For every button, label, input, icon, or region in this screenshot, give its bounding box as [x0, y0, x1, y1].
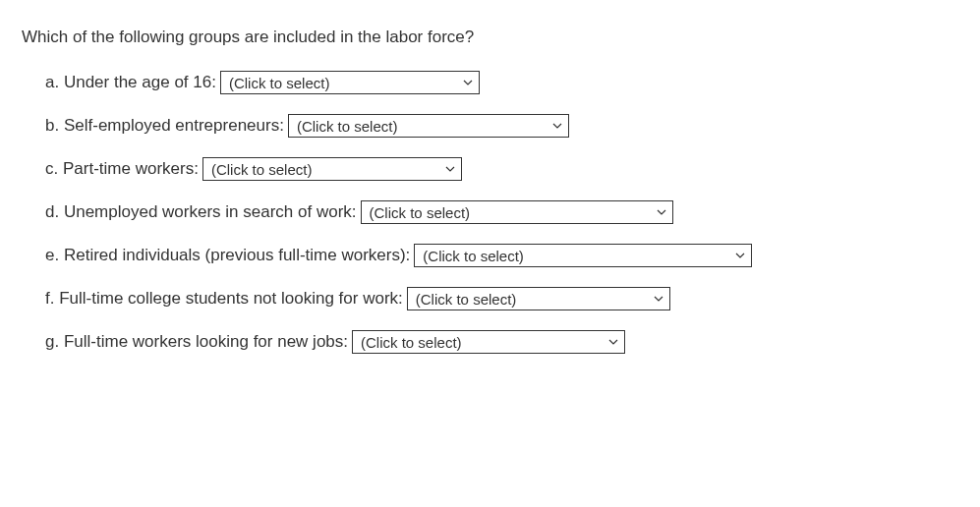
option-e-select-value: (Click to select): [423, 248, 536, 264]
option-c-select-value: (Click to select): [211, 161, 324, 178]
option-f: f. Full-time college students not lookin…: [45, 287, 958, 310]
option-f-select-value: (Click to select): [416, 291, 529, 308]
option-b-select[interactable]: (Click to select): [288, 114, 569, 138]
option-b: b. Self-employed entrepreneurs: (Click t…: [45, 114, 958, 138]
options-list: a. Under the age of 16: (Click to select…: [22, 71, 958, 354]
chevron-down-icon: [735, 251, 745, 260]
option-a-label: a. Under the age of 16:: [45, 73, 216, 92]
chevron-down-icon: [445, 164, 455, 174]
option-a: a. Under the age of 16: (Click to select…: [45, 71, 958, 94]
chevron-down-icon: [608, 337, 618, 347]
option-c: c. Part-time workers: (Click to select): [45, 157, 958, 181]
option-a-select[interactable]: (Click to select): [220, 71, 480, 94]
option-a-select-value: (Click to select): [229, 75, 342, 91]
option-e-select[interactable]: (Click to select): [414, 244, 752, 267]
question-text: Which of the following groups are includ…: [22, 28, 958, 47]
option-b-label: b. Self-employed entrepreneurs:: [45, 116, 284, 136]
option-d-select-value: (Click to select): [370, 204, 483, 221]
chevron-down-icon: [657, 207, 666, 217]
option-c-select[interactable]: (Click to select): [202, 157, 462, 181]
option-d: d. Unemployed workers in search of work:…: [45, 200, 958, 224]
option-e-label: e. Retired individuals (previous full-ti…: [45, 246, 410, 265]
option-f-label: f. Full-time college students not lookin…: [45, 289, 403, 309]
option-g-select[interactable]: (Click to select): [352, 330, 625, 354]
option-g: g. Full-time workers looking for new job…: [45, 330, 958, 354]
chevron-down-icon: [463, 78, 473, 87]
option-f-select[interactable]: (Click to select): [407, 287, 670, 310]
option-e: e. Retired individuals (previous full-ti…: [45, 244, 958, 267]
chevron-down-icon: [654, 294, 663, 304]
option-d-label: d. Unemployed workers in search of work:: [45, 202, 357, 222]
option-c-label: c. Part-time workers:: [45, 159, 199, 179]
option-b-select-value: (Click to select): [297, 118, 410, 135]
option-g-select-value: (Click to select): [361, 334, 474, 351]
chevron-down-icon: [552, 121, 562, 131]
option-g-label: g. Full-time workers looking for new job…: [45, 332, 348, 352]
option-d-select[interactable]: (Click to select): [361, 200, 673, 224]
